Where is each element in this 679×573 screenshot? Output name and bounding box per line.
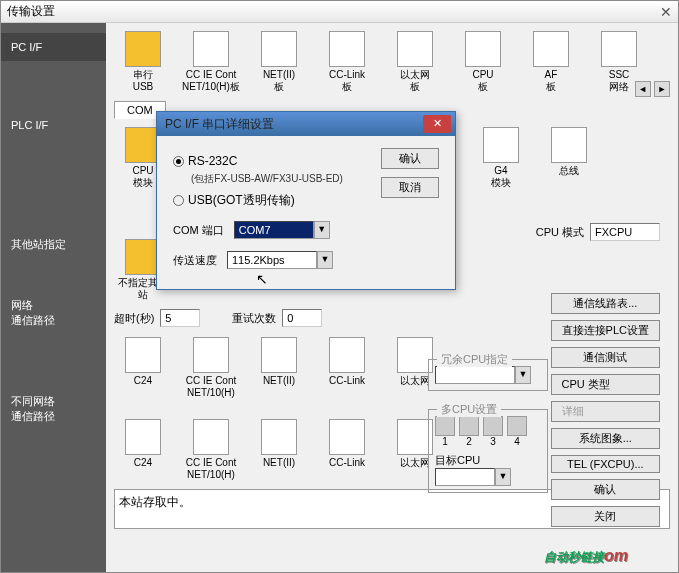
sidebar: PC I/F PLC I/F 其他站指定 网络 通信路径 不同网络 通信路径 — [1, 23, 106, 572]
icon-serial-usb[interactable]: 串行 USB — [114, 31, 172, 93]
sidebar-item-pc-if[interactable]: PC I/F — [1, 33, 106, 61]
timeout-input[interactable] — [160, 309, 200, 327]
baud-dropdown[interactable] — [227, 251, 317, 269]
cpu-mode-row: CPU 模式 — [536, 223, 660, 241]
target-cpu-dropdown[interactable] — [435, 468, 495, 486]
cpu-slot-2[interactable] — [459, 416, 479, 436]
icon-c24-1[interactable]: C24 — [114, 337, 172, 399]
dialog-close-icon[interactable]: ✕ — [423, 115, 451, 133]
direct-plc-button[interactable]: 直接连接PLC设置 — [551, 320, 660, 341]
cpu-mode-label: CPU 模式 — [536, 225, 584, 240]
retry-input[interactable] — [282, 309, 322, 327]
dropdown-arrow-icon[interactable]: ▼ — [515, 366, 531, 384]
icon-netii-2[interactable]: NET(II) — [250, 419, 308, 481]
comm-route-list-button[interactable]: 通信线路表... — [551, 293, 660, 314]
close-button[interactable]: 关闭 — [551, 506, 660, 527]
titlebar: 传输设置 ✕ — [1, 1, 678, 23]
right-button-column: 通信线路表... 直接连接PLC设置 通信测试 CPU 类型 详细 系统图象..… — [551, 293, 660, 527]
radio-icon[interactable] — [173, 156, 184, 167]
serial-detail-dialog: PC I/F 串口详细设置 ✕ RS-232C (包括FX-USB-AW/FX3… — [156, 111, 456, 290]
scroll-right-icon[interactable]: ► — [654, 81, 670, 97]
dialog-titlebar[interactable]: PC I/F 串口详细设置 ✕ — [157, 112, 455, 136]
icon-cclink-1[interactable]: CC-Link — [318, 337, 376, 399]
icon-netii-1[interactable]: NET(II) — [250, 337, 308, 399]
baud-label: 传送速度 — [173, 253, 217, 268]
timeout-label: 超时(秒) — [114, 311, 154, 326]
dropdown-arrow-icon[interactable]: ▼ — [317, 251, 333, 269]
multi-cpu-group: 多CPU设置 1 2 3 4 目标CPU — [428, 409, 548, 493]
icon-c24-2[interactable]: C24 — [114, 419, 172, 481]
target-cpu-label: 目标CPU — [435, 453, 541, 468]
close-icon[interactable]: ✕ — [660, 4, 672, 20]
dropdown-arrow-icon[interactable]: ▼ — [314, 221, 330, 239]
icon-ethernet[interactable]: 以太网 板 — [386, 31, 444, 93]
comm-test-button[interactable]: 通信测试 — [551, 347, 660, 368]
redundant-dropdown[interactable] — [435, 366, 515, 384]
retry-label: 重试次数 — [232, 311, 276, 326]
icon-cc-ie-2[interactable]: CC IE Cont NET/10(H) — [182, 419, 240, 481]
cpu-slot-4[interactable] — [507, 416, 527, 436]
com-port-dropdown[interactable] — [234, 221, 314, 239]
detail-button[interactable]: 详细 — [551, 401, 660, 422]
icon-net-ii[interactable]: NET(II) 板 — [250, 31, 308, 93]
icon-cpu-board[interactable]: CPU 板 — [454, 31, 512, 93]
cpu-mode-input[interactable] — [590, 223, 660, 241]
com-port-label: COM 端口 — [173, 223, 224, 238]
main-panel: 串行 USB CC IE Cont NET/10(H)板 NET(II) 板 C… — [106, 23, 678, 572]
dialog-cancel-button[interactable]: 取消 — [381, 177, 439, 198]
tel-button[interactable]: TEL (FXCPU)... — [551, 455, 660, 473]
dropdown-arrow-icon[interactable]: ▼ — [495, 468, 511, 486]
cpu-slot-1[interactable] — [435, 416, 455, 436]
cpu-slot-3[interactable] — [483, 416, 503, 436]
sidebar-item-network-route[interactable]: 网络 通信路径 — [1, 290, 106, 336]
cpu-type-button[interactable]: CPU 类型 — [551, 374, 660, 395]
icon-ssc[interactable]: SSC 网络 — [590, 31, 648, 93]
icon-cc-link[interactable]: CC-Link 板 — [318, 31, 376, 93]
dialog-ok-button[interactable]: 确认 — [381, 148, 439, 169]
sys-image-button[interactable]: 系统图象... — [551, 428, 660, 449]
window-title: 传输设置 — [7, 3, 55, 20]
pc-if-icon-row: 串行 USB CC IE Cont NET/10(H)板 NET(II) 板 C… — [114, 31, 670, 93]
sidebar-item-other-station[interactable]: 其他站指定 — [1, 229, 106, 260]
icon-bus[interactable]: 总线 — [540, 127, 598, 189]
icon-cclink-2[interactable]: CC-Link — [318, 419, 376, 481]
ok-button[interactable]: 确认 — [551, 479, 660, 500]
sidebar-item-plc-if[interactable]: PLC I/F — [1, 111, 106, 139]
status-text: 本站存取中。 — [119, 495, 191, 509]
sidebar-item-diff-network[interactable]: 不同网络 通信路径 — [1, 386, 106, 432]
redundant-cpu-group: 冗余CPU指定 ▼ — [428, 359, 548, 391]
transfer-settings-window: 传输设置 ✕ PC I/F PLC I/F 其他站指定 网络 通信路径 不同网络… — [0, 0, 679, 573]
icon-cc-ie-1[interactable]: CC IE Cont NET/10(H) — [182, 337, 240, 399]
icon-g4-module[interactable]: G4 模块 — [472, 127, 530, 189]
icon-af-board[interactable]: AF 板 — [522, 31, 580, 93]
icon-cc-ie-cont[interactable]: CC IE Cont NET/10(H)板 — [182, 31, 240, 93]
radio-icon[interactable] — [173, 195, 184, 206]
watermark: 自动秒链接om — [544, 537, 628, 568]
dialog-title: PC I/F 串口详细设置 — [161, 116, 274, 133]
